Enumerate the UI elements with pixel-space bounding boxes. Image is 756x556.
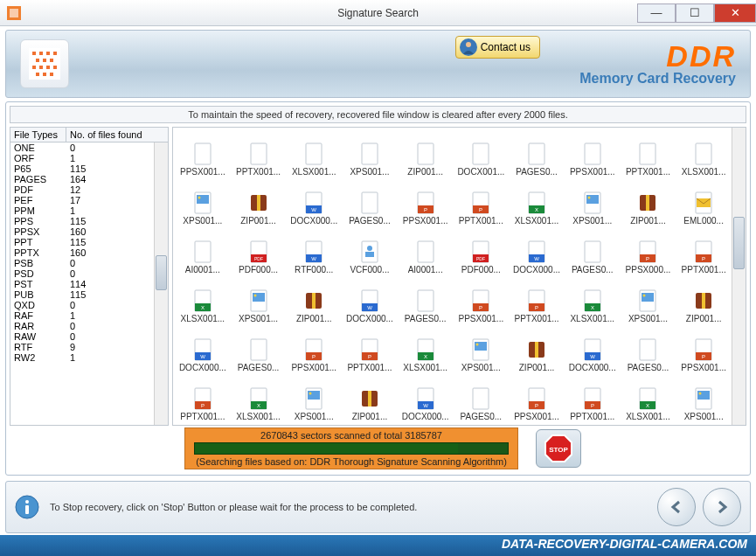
file-item[interactable]: XLSX001... [286, 128, 342, 177]
file-item[interactable]: ZIP001... [621, 177, 676, 226]
file-item[interactable]: PAGES0... [454, 372, 510, 421]
file-item[interactable]: XPS001... [175, 177, 231, 226]
file-item[interactable]: XXLSX001... [231, 372, 287, 421]
filetype-row[interactable]: ORF1 [10, 153, 168, 163]
filetype-row[interactable]: PPS115 [10, 216, 168, 226]
maximize-button[interactable]: ☐ [676, 3, 714, 23]
file-item[interactable]: XXLSX001... [621, 372, 676, 421]
file-icon [360, 387, 379, 410]
contact-us-button[interactable]: Contact us [455, 36, 540, 59]
back-button[interactable] [657, 488, 696, 526]
file-item[interactable]: PPPTX001... [676, 226, 732, 275]
svg-text:W: W [367, 305, 372, 310]
file-item[interactable]: PPTX001... [231, 128, 287, 177]
file-item[interactable]: AI0001... [398, 226, 454, 275]
svg-rect-64 [418, 241, 433, 262]
filetype-row[interactable]: PSB0 [10, 258, 168, 268]
filetype-row[interactable]: PSD0 [10, 268, 168, 279]
left-scrollbar[interactable] [154, 142, 168, 425]
file-item[interactable]: ZIP001... [231, 177, 287, 226]
file-item[interactable]: PPSX001... [565, 128, 621, 177]
file-item[interactable]: XLSX001... [676, 128, 732, 177]
filetype-row[interactable]: P65115 [10, 163, 168, 174]
file-item[interactable]: PAGES0... [565, 226, 621, 275]
file-item[interactable]: PAGES0... [342, 177, 398, 226]
file-item[interactable]: XPS001... [342, 128, 398, 177]
file-item[interactable]: XPS001... [565, 177, 621, 226]
file-item[interactable]: PDFPDF000... [231, 226, 287, 275]
file-item[interactable]: WDOCX000... [286, 177, 342, 226]
file-item[interactable]: PPPTX001... [509, 275, 565, 323]
file-item[interactable]: ZIP001... [398, 128, 454, 177]
filetype-row[interactable]: QXD0 [10, 300, 168, 310]
file-item[interactable]: ZIP001... [676, 275, 732, 323]
filetype-row[interactable]: PUB115 [10, 289, 168, 300]
file-item[interactable]: WDOCX000... [342, 275, 398, 323]
file-item[interactable]: PPPSX000... [621, 226, 676, 275]
file-item[interactable]: XPS001... [621, 275, 676, 323]
filetype-row[interactable]: ONE0 [10, 142, 168, 153]
file-item[interactable]: ZIP001... [286, 275, 342, 323]
filetype-row[interactable]: PPSX160 [10, 226, 168, 237]
file-item[interactable]: XXLSX001... [565, 275, 621, 323]
file-item[interactable]: XPS001... [454, 323, 510, 372]
filetype-row[interactable]: RAW0 [10, 331, 168, 342]
filetype-row[interactable]: RW21 [10, 352, 168, 363]
file-item[interactable]: XXLSX001... [175, 275, 231, 323]
file-item[interactable]: XPS001... [231, 275, 287, 323]
col-filetypes[interactable]: File Types [10, 128, 66, 142]
filetype-row[interactable]: RAR0 [10, 321, 168, 331]
file-item[interactable]: PPPSX001... [286, 323, 342, 372]
file-item[interactable]: PPPTX001... [342, 323, 398, 372]
svg-rect-48 [586, 195, 599, 204]
filetype-row[interactable]: RTF9 [10, 342, 168, 352]
filetype-row[interactable]: PEF17 [10, 195, 168, 205]
close-button[interactable]: ✕ [714, 3, 756, 23]
file-item[interactable]: PAGES0... [398, 275, 454, 323]
filetype-row[interactable]: PAGES164 [10, 174, 168, 184]
file-item[interactable]: PPTX001... [621, 128, 676, 177]
file-item[interactable]: PPPTX001... [454, 177, 510, 226]
file-item[interactable]: XXLSX001... [509, 177, 565, 226]
file-item[interactable]: PAGES0... [621, 323, 676, 372]
next-button[interactable] [703, 488, 741, 526]
file-item[interactable]: PAGES0... [509, 128, 565, 177]
filetype-row[interactable]: PPTX160 [10, 247, 168, 258]
file-item[interactable]: AI0001... [175, 226, 231, 275]
file-item[interactable]: XPS001... [676, 372, 732, 421]
file-item[interactable]: ZIP001... [342, 372, 398, 421]
file-item[interactable]: WDOCX000... [565, 323, 621, 372]
file-item[interactable]: PPPSX001... [509, 372, 565, 421]
file-item[interactable]: ZIP001... [509, 323, 565, 372]
file-item[interactable]: EML000... [676, 177, 732, 226]
file-item[interactable]: PPPSX001... [676, 323, 732, 372]
filetype-row[interactable]: RAF1 [10, 310, 168, 321]
file-item[interactable]: VCF000... [342, 226, 398, 275]
file-grid[interactable]: PPSX001...PPTX001...XLSX001...XPS001...Z… [173, 128, 746, 425]
file-item[interactable]: PPPSX001... [454, 275, 510, 323]
file-item[interactable]: PPPTX001... [565, 372, 621, 421]
filetype-row[interactable]: PDF12 [10, 184, 168, 195]
svg-point-155 [699, 393, 702, 395]
file-item[interactable]: DOCX001... [454, 128, 510, 177]
file-item[interactable]: PAGES0... [231, 323, 287, 372]
file-item[interactable]: PPPSX001... [398, 177, 454, 226]
col-count[interactable]: No. of files found [66, 128, 168, 142]
file-item[interactable]: WDOCX000... [398, 372, 454, 421]
file-item[interactable]: XXLSX001... [398, 323, 454, 372]
filetype-row[interactable]: PPM1 [10, 205, 168, 216]
filetype-row[interactable]: PST114 [10, 279, 168, 289]
file-item[interactable]: WDOCX000... [175, 323, 231, 372]
right-scrollbar[interactable] [732, 128, 746, 425]
file-item[interactable]: XPS001... [286, 372, 342, 421]
file-item[interactable]: WDOCX000... [509, 226, 565, 275]
stop-button[interactable]: STOP [536, 429, 581, 468]
file-item[interactable]: PPPTX001... [175, 372, 231, 421]
minimize-button[interactable]: — [637, 3, 676, 23]
file-item[interactable]: WRTF000... [286, 226, 342, 275]
svg-text:P: P [591, 403, 594, 408]
file-item[interactable]: PPSX001... [175, 128, 231, 177]
file-item[interactable]: PDFPDF000... [454, 226, 510, 275]
filetype-row[interactable]: PPT115 [10, 237, 168, 247]
file-icon: X [583, 289, 602, 312]
